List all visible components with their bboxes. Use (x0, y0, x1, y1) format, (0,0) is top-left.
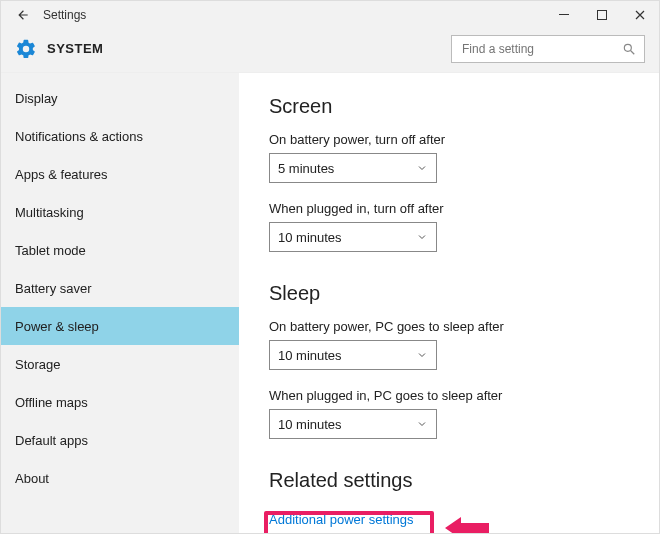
category-title: SYSTEM (47, 41, 103, 56)
chevron-down-icon (416, 349, 428, 361)
content-pane: Screen On battery power, turn off after … (239, 73, 659, 534)
sidebar-item-offline-maps[interactable]: Offline maps (1, 383, 239, 421)
sidebar-item-default-apps[interactable]: Default apps (1, 421, 239, 459)
minimize-button[interactable] (545, 1, 583, 29)
related-heading: Related settings (269, 469, 641, 492)
sleep-plugged-label: When plugged in, PC goes to sleep after (269, 388, 641, 403)
sidebar-item-battery-saver[interactable]: Battery saver (1, 269, 239, 307)
additional-power-settings-link[interactable]: Additional power settings (269, 506, 420, 533)
svg-marker-4 (445, 517, 489, 534)
sleep-battery-value: 10 minutes (278, 348, 342, 363)
svg-rect-0 (559, 14, 569, 15)
close-icon (635, 10, 645, 20)
arrow-left-icon (16, 8, 30, 22)
search-box[interactable] (451, 35, 645, 63)
titlebar: Settings (1, 1, 659, 29)
annotation-arrow (443, 511, 493, 534)
sleep-plugged-value: 10 minutes (278, 417, 342, 432)
screen-battery-dropdown[interactable]: 5 minutes (269, 153, 437, 183)
sidebar-item-apps[interactable]: Apps & features (1, 155, 239, 193)
sidebar-item-notifications[interactable]: Notifications & actions (1, 117, 239, 155)
svg-rect-1 (598, 11, 607, 20)
maximize-icon (597, 10, 607, 20)
screen-battery-value: 5 minutes (278, 161, 334, 176)
chevron-down-icon (416, 231, 428, 243)
close-button[interactable] (621, 1, 659, 29)
sidebar-item-multitasking[interactable]: Multitasking (1, 193, 239, 231)
maximize-button[interactable] (583, 1, 621, 29)
chevron-down-icon (416, 418, 428, 430)
sidebar-item-storage[interactable]: Storage (1, 345, 239, 383)
sidebar-item-about[interactable]: About (1, 459, 239, 497)
sleep-battery-label: On battery power, PC goes to sleep after (269, 319, 641, 334)
window-title: Settings (37, 8, 86, 22)
sleep-battery-dropdown[interactable]: 10 minutes (269, 340, 437, 370)
search-icon (622, 42, 636, 56)
sleep-plugged-dropdown[interactable]: 10 minutes (269, 409, 437, 439)
screen-plugged-value: 10 minutes (278, 230, 342, 245)
search-input[interactable] (460, 41, 622, 57)
screen-plugged-dropdown[interactable]: 10 minutes (269, 222, 437, 252)
chevron-down-icon (416, 162, 428, 174)
sidebar-item-tablet-mode[interactable]: Tablet mode (1, 231, 239, 269)
screen-heading: Screen (269, 95, 641, 118)
screen-battery-label: On battery power, turn off after (269, 132, 641, 147)
minimize-icon (559, 10, 569, 20)
svg-point-2 (624, 44, 631, 51)
sleep-heading: Sleep (269, 282, 641, 305)
sidebar-item-power-sleep[interactable]: Power & sleep (1, 307, 239, 345)
header: SYSTEM (1, 29, 659, 73)
gear-icon (15, 38, 37, 60)
screen-plugged-label: When plugged in, turn off after (269, 201, 641, 216)
back-button[interactable] (9, 1, 37, 29)
svg-line-3 (631, 50, 635, 54)
sidebar: Display Notifications & actions Apps & f… (1, 73, 239, 534)
sidebar-item-display[interactable]: Display (1, 79, 239, 117)
